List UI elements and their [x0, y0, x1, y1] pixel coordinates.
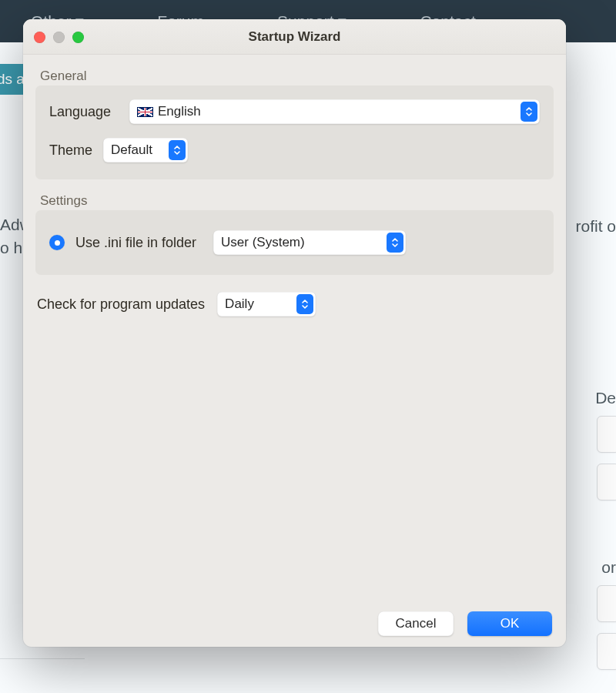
theme-select-value: Default [111, 142, 152, 158]
ok-button[interactable]: OK [467, 611, 552, 636]
language-label: Language [49, 104, 119, 120]
chevrons-up-down-icon [296, 294, 313, 314]
theme-select[interactable]: Default [103, 138, 188, 162]
background-input-fragment [597, 633, 616, 670]
cancel-button[interactable]: Cancel [378, 611, 454, 636]
close-window-button[interactable] [34, 32, 45, 43]
window-controls [34, 32, 84, 43]
background-input-fragment [597, 416, 616, 453]
language-select-value: English [158, 104, 201, 119]
chevrons-up-down-icon [169, 140, 186, 160]
chevrons-up-down-icon [387, 233, 403, 253]
maximize-window-button[interactable] [72, 32, 84, 43]
settings-group: Settings Use .ini file in folder User (S… [35, 210, 554, 275]
theme-label: Theme [49, 142, 92, 159]
updates-row: Check for program updates Daily [35, 292, 554, 316]
chevrons-up-down-icon [521, 102, 537, 122]
updates-select[interactable]: Daily [217, 292, 316, 316]
ini-location-select-value: User (System) [221, 235, 305, 250]
general-group: General Language English Theme Default [35, 85, 554, 179]
language-select[interactable]: English [129, 99, 540, 124]
updates-label: Check for program updates [37, 296, 205, 313]
ini-location-select[interactable]: User (System) [213, 230, 406, 255]
general-group-legend: General [40, 69, 86, 84]
updates-select-value: Daily [225, 296, 254, 312]
window-titlebar[interactable]: Startup Wizard [23, 19, 566, 55]
ini-file-label: Use .ini file in folder [75, 235, 196, 251]
ini-file-radio[interactable] [49, 235, 65, 250]
minimize-window-button[interactable] [53, 32, 65, 43]
window-content: General Language English Theme Default [23, 55, 566, 611]
uk-flag-icon [137, 107, 153, 117]
settings-group-legend: Settings [40, 193, 87, 209]
background-text-fragment: rofit o [575, 217, 616, 236]
startup-wizard-window: Startup Wizard General Language English … [23, 19, 566, 647]
background-text-fragment: or [601, 558, 616, 577]
window-title: Startup Wizard [249, 29, 341, 45]
background-input-fragment [597, 464, 616, 500]
background-text-fragment: De [595, 389, 616, 407]
background-divider [0, 658, 85, 659]
background-input-fragment [597, 585, 616, 622]
window-footer: Cancel OK [23, 611, 566, 647]
